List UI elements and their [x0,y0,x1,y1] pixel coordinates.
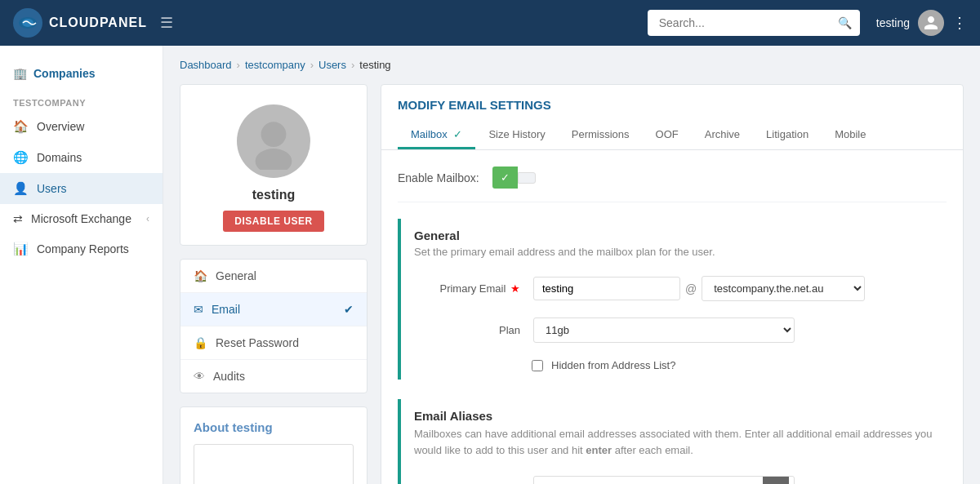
globe-icon: 🌐 [13,150,29,165]
breadcrumb-sep-2: › [310,59,314,71]
user-card: testing DISABLE USER [180,84,368,246]
nav-link-audits[interactable]: 👁 Audits [180,360,367,393]
form-body: Enable Mailbox: ✓ General Set the prim [381,150,963,484]
sidebar: 🏢 Companies TESTCOMPANY 🏠 Overview 🌐 Dom… [0,46,163,484]
breadcrumb-sep-3: › [351,59,354,71]
sidebar-item-company-reports[interactable]: 📊 Company Reports [0,233,163,264]
primary-email-input[interactable] [533,277,680,300]
logo-icon [13,8,42,38]
sidebar-item-domains[interactable]: 🌐 Domains [0,142,163,173]
domain-select[interactable]: testcompany.the.net.au [702,276,865,301]
mailbox-toggle: ✓ [492,167,536,189]
sidebar-item-microsoft-exchange[interactable]: ⇄ Microsoft Exchange ‹ [0,204,163,233]
breadcrumb-users[interactable]: Users [318,59,346,71]
search-container: 🔍 [648,10,860,36]
aliases-email-button[interactable]: ✉ [763,477,789,484]
tab-oof[interactable]: OOF [643,122,692,149]
tab-permissions[interactable]: Permissions [559,122,643,149]
general-nav-icon: 🏠 [194,269,207,282]
sidebar-item-users[interactable]: 👤 Users [0,173,163,204]
mailbox-check-icon: ✓ [453,128,462,140]
user-name-label: testing [252,188,295,202]
user-avatar [237,104,310,178]
logo: CLOUDPANEL [13,8,147,38]
toggle-off-area[interactable] [518,172,536,184]
email-settings-tabs: Mailbox ✓ Size History Permissions OOF A… [398,122,947,149]
sidebar-users-label: Users [37,182,67,195]
tab-mobile[interactable]: Mobile [822,122,879,149]
svg-point-3 [256,149,292,170]
hidden-address-checkbox[interactable] [532,360,543,371]
user-menu: testing [876,10,944,36]
general-section: General Set the primary email address an… [398,219,947,380]
plan-field: Plan 11gb [401,309,947,351]
nav-link-email[interactable]: ✉ Email ✔ [180,293,367,326]
toggle-on-button[interactable]: ✓ [492,167,518,189]
tab-archive[interactable]: Archive [692,122,753,149]
right-panel: MODIFY EMAIL SETTINGS Mailbox ✓ Size His… [381,84,964,484]
at-symbol: @ [685,282,697,295]
plan-select[interactable]: 11gb [533,317,795,343]
audits-nav-label: Audits [213,370,245,383]
building-icon: 🏢 [13,67,27,80]
aliases-input-row: Email Aliases ✉ [401,468,947,484]
eye-nav-icon: 👁 [194,370,205,383]
nav-link-reset-password[interactable]: 🔒 Reset Password [180,326,367,360]
aliases-section-title: Email Aliases [414,409,933,423]
breadcrumb-sep-1: › [237,59,240,71]
about-textarea[interactable] [194,444,354,484]
more-options-button[interactable]: ⋮ [952,14,967,32]
sidebar-domains-label: Domains [37,151,82,164]
sidebar-reports-label: Company Reports [37,242,129,255]
tab-size-history[interactable]: Size History [475,122,558,149]
about-section: About testing [180,406,368,484]
user-nav-links: 🏠 General ✉ Email ✔ 🔒 [180,259,368,393]
hidden-address-row: Hidden from Address List? [401,351,947,380]
aliases-input[interactable] [534,477,763,485]
chart-icon: 📊 [13,242,29,256]
page-layout: 🏢 Companies TESTCOMPANY 🏠 Overview 🌐 Dom… [0,46,980,484]
email-settings-header: MODIFY EMAIL SETTINGS Mailbox ✓ Size His… [381,85,963,150]
tab-mailbox[interactable]: Mailbox ✓ [398,122,475,149]
reset-password-nav-label: Reset Password [216,336,299,349]
hidden-address-label[interactable]: Hidden from Address List? [551,359,675,371]
aliases-section: Email Aliases Mailboxes can have additio… [398,399,947,484]
general-section-desc: Set the primary email address and the ma… [414,246,933,258]
content-area: testing DISABLE USER 🏠 General ✉ Email [180,84,964,484]
disable-user-button[interactable]: DISABLE USER [223,211,323,232]
plan-label: Plan [414,324,520,336]
search-input[interactable] [648,10,860,36]
chevron-left-icon: ‹ [146,213,149,224]
user-icon: 👤 [13,181,29,196]
left-panel: testing DISABLE USER 🏠 General ✉ Email [180,84,368,484]
logo-text: CLOUDPANEL [49,16,147,30]
home-icon: 🏠 [13,119,29,134]
enable-mailbox-label: Enable Mailbox: [398,171,479,184]
email-nav-label: Email [212,303,240,316]
exchange-left: ⇄ Microsoft Exchange [13,212,131,225]
breadcrumb-dashboard[interactable]: Dashboard [180,59,232,71]
general-nav-label: General [216,269,256,282]
required-star: ★ [510,282,520,295]
lock-nav-icon: 🔒 [194,336,207,349]
nav-link-general[interactable]: 🏠 General [180,260,367,293]
svg-point-2 [261,122,287,147]
breadcrumb-testcompany[interactable]: testcompany [245,59,305,71]
general-section-header: General Set the primary email address an… [401,219,947,268]
sidebar-exchange-label: Microsoft Exchange [31,212,131,225]
primary-email-field: Primary Email ★ @ testcompany.the.net.au [401,268,947,309]
top-navigation: CLOUDPANEL ☰ 🔍 testing ⋮ [0,0,980,46]
exchange-icon: ⇄ [13,212,23,225]
breadcrumb: Dashboard › testcompany › Users › testin… [180,59,964,71]
aliases-section-header: Email Aliases Mailboxes can have additio… [401,399,947,468]
email-nav-icon: ✉ [194,303,203,316]
hamburger-button[interactable]: ☰ [160,14,173,32]
aliases-input-group: ✉ [533,476,795,484]
sidebar-companies-label: Companies [33,67,95,80]
breadcrumb-current: testing [359,59,390,71]
sidebar-item-companies[interactable]: 🏢 Companies [0,59,163,88]
toggle-check-icon: ✓ [501,171,510,184]
tab-litigation[interactable]: Litigation [753,122,822,149]
sidebar-item-overview[interactable]: 🏠 Overview [0,111,163,142]
sidebar-overview-label: Overview [37,120,84,133]
